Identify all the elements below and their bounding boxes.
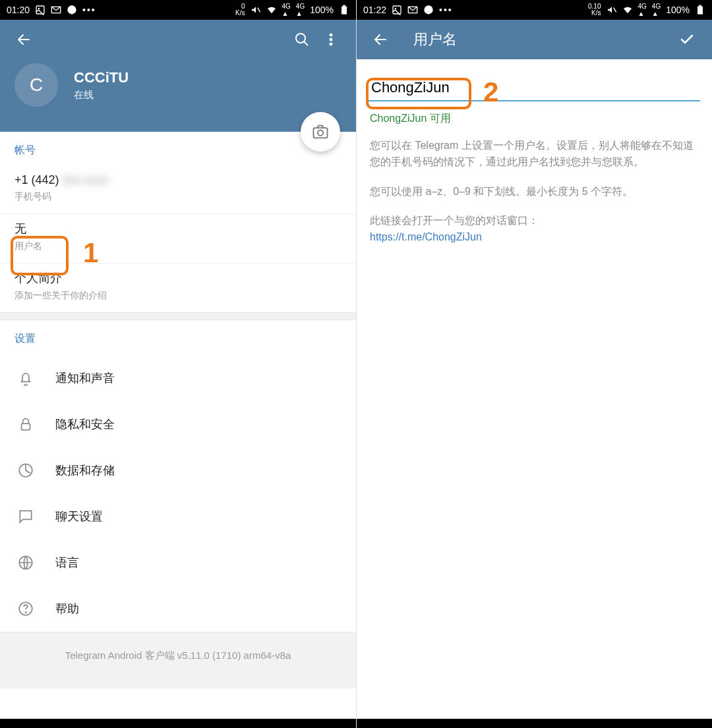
battery-icon: [339, 5, 349, 15]
description-2: 您可以使用 a–z、0–9 和下划线。最小长度为 5 个字符。: [357, 171, 712, 200]
svg-rect-18: [393, 6, 401, 14]
username-input[interactable]: [369, 75, 700, 101]
nav-bar: [357, 719, 712, 728]
data-icon: [17, 462, 34, 479]
bio-title: 个人简介: [15, 270, 341, 286]
svg-rect-5: [343, 5, 345, 7]
username-label: 用户名: [15, 240, 341, 252]
svg-rect-4: [341, 7, 347, 14]
gmail-icon: [51, 5, 61, 15]
profile-link[interactable]: https://t.me/ChongZiJun: [370, 231, 482, 242]
left-screen: 01:20 ••• 0K/s 4G▲ 4G▲ 100%: [0, 0, 356, 728]
settings-help[interactable]: 帮助: [0, 586, 356, 632]
signal-4g-2: 4G▲: [652, 3, 661, 17]
arrow-left-icon: [372, 32, 388, 47]
status-time: 01:20: [7, 5, 30, 15]
phone-item[interactable]: +1 (442) 2xx-xxxx 手机号码: [0, 167, 356, 214]
right-screen: 01:22 ••• 0.10K/s 4G▲ 4G▲ 100% 用户名: [356, 0, 712, 728]
svg-rect-22: [697, 7, 703, 14]
wifi-icon: [622, 5, 633, 15]
nav-bar: [0, 719, 356, 728]
content-scroll[interactable]: 帐号 +1 (442) 2xx-xxxx 手机号码 无 用户名 个人简介 添加一…: [0, 132, 356, 728]
settings-chat[interactable]: 聊天设置: [0, 493, 356, 540]
mute-icon: [251, 5, 261, 15]
settings-privacy[interactable]: 隐私和安全: [0, 401, 356, 447]
svg-point-19: [395, 8, 397, 10]
settings-data[interactable]: 数据和存储: [0, 447, 356, 493]
back-button[interactable]: [366, 25, 395, 54]
more-notifications-icon: •••: [82, 5, 96, 15]
battery-icon: [695, 5, 705, 15]
description-1: 您可以在 Telegram 上设置一个用户名。设置后，别人将能够在不知道您的手机…: [357, 132, 712, 171]
hangouts-icon: [423, 5, 434, 15]
confirm-button[interactable]: [672, 25, 701, 54]
username-value: 无: [15, 221, 341, 237]
back-button[interactable]: [9, 25, 38, 54]
svg-line-3: [257, 8, 260, 13]
svg-point-6: [296, 34, 305, 43]
more-notifications-icon: •••: [439, 5, 453, 15]
profile-name: CCCiTU: [74, 69, 129, 86]
svg-point-12: [318, 130, 323, 136]
check-icon: [679, 32, 695, 47]
phone-censored: 2xx-xxxx: [63, 173, 109, 187]
arrow-left-icon: [16, 32, 32, 47]
svg-point-10: [330, 43, 332, 45]
status-bar: 01:22 ••• 0.10K/s 4G▲ 4G▲ 100%: [357, 0, 712, 20]
settings-notifications[interactable]: 通知和声音: [0, 355, 356, 401]
battery-percent: 100%: [666, 5, 690, 15]
content-scroll[interactable]: ChongZiJun 可用 您可以在 Telegram 上设置一个用户名。设置后…: [357, 59, 712, 728]
svg-rect-13: [22, 424, 30, 430]
svg-point-9: [330, 38, 332, 41]
search-button[interactable]: [287, 25, 316, 54]
username-item[interactable]: 无 用户名: [0, 214, 356, 264]
profile-header: C CCCiTU 在线: [0, 59, 356, 132]
gallery-icon: [392, 5, 402, 15]
signal-4g-2: 4G▲: [296, 3, 305, 17]
availability-text: ChongZiJun 可用: [357, 101, 712, 132]
mute-icon: [607, 5, 617, 15]
signal-4g-1: 4G▲: [282, 3, 291, 17]
signal-4g-1: 4G▲: [638, 3, 647, 17]
settings-language[interactable]: 语言: [0, 540, 356, 586]
status-bar: 01:20 ••• 0K/s 4G▲ 4G▲ 100%: [0, 0, 356, 20]
svg-rect-0: [36, 6, 44, 14]
bio-sub: 添加一些关于你的介绍: [15, 290, 341, 302]
svg-line-21: [613, 8, 616, 13]
camera-fab[interactable]: [301, 112, 340, 152]
svg-rect-23: [699, 5, 701, 7]
phone-prefix: +1 (442): [15, 173, 63, 186]
lock-icon: [17, 416, 34, 433]
version-footer: Telegram Android 客户端 v5.11.0 (1710) arm6…: [0, 632, 356, 688]
avatar[interactable]: C: [15, 63, 58, 107]
search-icon: [294, 32, 310, 47]
settings-section-title: 设置: [0, 320, 356, 355]
phone-label: 手机号码: [15, 191, 341, 203]
status-time: 01:22: [363, 5, 386, 15]
bell-icon: [17, 370, 34, 387]
wifi-icon: [266, 5, 277, 15]
chat-icon: [17, 508, 34, 525]
svg-point-8: [330, 34, 332, 36]
more-button[interactable]: [316, 25, 345, 54]
svg-point-17: [25, 612, 26, 613]
camera-icon: [311, 123, 330, 141]
help-icon: [17, 600, 34, 617]
network-speed: 0.10K/s: [588, 3, 601, 16]
globe-icon: [17, 554, 34, 571]
page-title: 用户名: [413, 30, 457, 49]
battery-percent: 100%: [310, 5, 334, 15]
gallery-icon: [35, 5, 45, 15]
profile-status: 在线: [74, 89, 129, 101]
gmail-icon: [407, 5, 418, 15]
hangouts-icon: [67, 5, 77, 15]
svg-point-1: [38, 8, 40, 10]
bio-item[interactable]: 个人简介 添加一些关于你的介绍: [0, 264, 356, 312]
description-3: 此链接会打开一个与您的对话窗口： https://t.me/ChongZiJun: [357, 200, 712, 246]
network-speed: 0K/s: [235, 3, 245, 16]
more-vert-icon: [323, 32, 339, 47]
app-bar: C CCCiTU 在线: [0, 20, 356, 132]
svg-line-7: [304, 42, 308, 45]
svg-rect-11: [314, 128, 328, 138]
section-divider: [0, 312, 356, 320]
